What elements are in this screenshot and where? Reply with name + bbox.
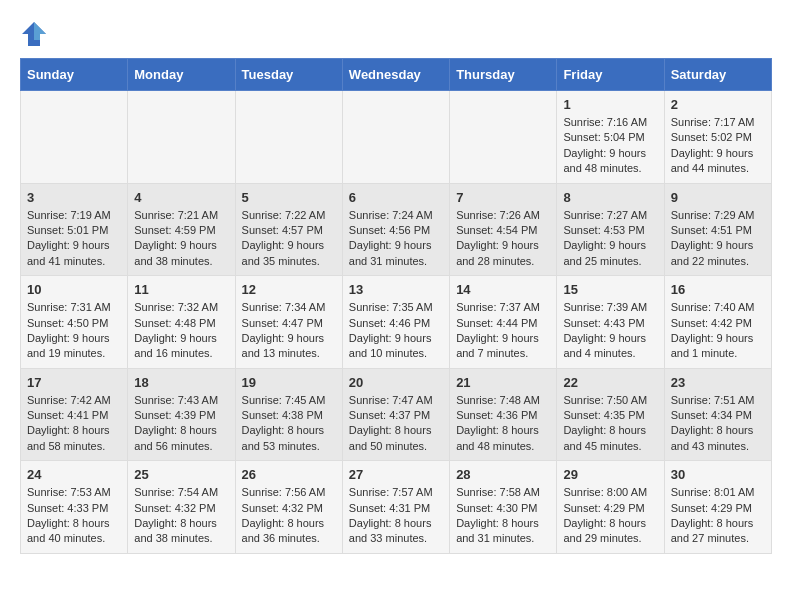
weekday-header-thursday: Thursday — [450, 59, 557, 91]
week-row-5: 24Sunrise: 7:53 AM Sunset: 4:33 PM Dayli… — [21, 461, 772, 554]
day-number: 5 — [242, 190, 336, 205]
calendar-cell: 3Sunrise: 7:19 AM Sunset: 5:01 PM Daylig… — [21, 183, 128, 276]
weekday-header-row: SundayMondayTuesdayWednesdayThursdayFrid… — [21, 59, 772, 91]
day-number: 6 — [349, 190, 443, 205]
week-row-2: 3Sunrise: 7:19 AM Sunset: 5:01 PM Daylig… — [21, 183, 772, 276]
day-info: Sunrise: 7:29 AM Sunset: 4:51 PM Dayligh… — [671, 208, 765, 270]
calendar-cell: 15Sunrise: 7:39 AM Sunset: 4:43 PM Dayli… — [557, 276, 664, 369]
day-info: Sunrise: 7:56 AM Sunset: 4:32 PM Dayligh… — [242, 485, 336, 547]
calendar-cell: 17Sunrise: 7:42 AM Sunset: 4:41 PM Dayli… — [21, 368, 128, 461]
day-info: Sunrise: 7:54 AM Sunset: 4:32 PM Dayligh… — [134, 485, 228, 547]
day-info: Sunrise: 7:45 AM Sunset: 4:38 PM Dayligh… — [242, 393, 336, 455]
calendar-cell: 29Sunrise: 8:00 AM Sunset: 4:29 PM Dayli… — [557, 461, 664, 554]
day-info: Sunrise: 8:01 AM Sunset: 4:29 PM Dayligh… — [671, 485, 765, 547]
day-info: Sunrise: 7:57 AM Sunset: 4:31 PM Dayligh… — [349, 485, 443, 547]
calendar-cell — [342, 91, 449, 184]
weekday-header-saturday: Saturday — [664, 59, 771, 91]
week-row-1: 1Sunrise: 7:16 AM Sunset: 5:04 PM Daylig… — [21, 91, 772, 184]
day-info: Sunrise: 7:37 AM Sunset: 4:44 PM Dayligh… — [456, 300, 550, 362]
calendar-cell: 2Sunrise: 7:17 AM Sunset: 5:02 PM Daylig… — [664, 91, 771, 184]
calendar-cell: 16Sunrise: 7:40 AM Sunset: 4:42 PM Dayli… — [664, 276, 771, 369]
day-number: 16 — [671, 282, 765, 297]
weekday-header-monday: Monday — [128, 59, 235, 91]
calendar-cell: 9Sunrise: 7:29 AM Sunset: 4:51 PM Daylig… — [664, 183, 771, 276]
calendar-cell: 24Sunrise: 7:53 AM Sunset: 4:33 PM Dayli… — [21, 461, 128, 554]
calendar-table: SundayMondayTuesdayWednesdayThursdayFrid… — [20, 58, 772, 554]
day-number: 26 — [242, 467, 336, 482]
day-number: 10 — [27, 282, 121, 297]
calendar-cell: 4Sunrise: 7:21 AM Sunset: 4:59 PM Daylig… — [128, 183, 235, 276]
day-number: 4 — [134, 190, 228, 205]
weekday-header-friday: Friday — [557, 59, 664, 91]
day-number: 21 — [456, 375, 550, 390]
day-number: 23 — [671, 375, 765, 390]
day-number: 12 — [242, 282, 336, 297]
calendar-cell — [450, 91, 557, 184]
day-number: 22 — [563, 375, 657, 390]
calendar-cell: 11Sunrise: 7:32 AM Sunset: 4:48 PM Dayli… — [128, 276, 235, 369]
calendar-cell: 21Sunrise: 7:48 AM Sunset: 4:36 PM Dayli… — [450, 368, 557, 461]
day-info: Sunrise: 7:48 AM Sunset: 4:36 PM Dayligh… — [456, 393, 550, 455]
day-number: 19 — [242, 375, 336, 390]
day-number: 9 — [671, 190, 765, 205]
day-info: Sunrise: 7:42 AM Sunset: 4:41 PM Dayligh… — [27, 393, 121, 455]
day-number: 11 — [134, 282, 228, 297]
calendar-cell: 18Sunrise: 7:43 AM Sunset: 4:39 PM Dayli… — [128, 368, 235, 461]
calendar-cell: 28Sunrise: 7:58 AM Sunset: 4:30 PM Dayli… — [450, 461, 557, 554]
calendar-cell: 23Sunrise: 7:51 AM Sunset: 4:34 PM Dayli… — [664, 368, 771, 461]
day-info: Sunrise: 7:26 AM Sunset: 4:54 PM Dayligh… — [456, 208, 550, 270]
day-number: 28 — [456, 467, 550, 482]
calendar-cell: 30Sunrise: 8:01 AM Sunset: 4:29 PM Dayli… — [664, 461, 771, 554]
day-number: 8 — [563, 190, 657, 205]
calendar-cell: 25Sunrise: 7:54 AM Sunset: 4:32 PM Dayli… — [128, 461, 235, 554]
day-info: Sunrise: 7:19 AM Sunset: 5:01 PM Dayligh… — [27, 208, 121, 270]
day-info: Sunrise: 7:31 AM Sunset: 4:50 PM Dayligh… — [27, 300, 121, 362]
weekday-header-sunday: Sunday — [21, 59, 128, 91]
day-number: 25 — [134, 467, 228, 482]
day-info: Sunrise: 7:53 AM Sunset: 4:33 PM Dayligh… — [27, 485, 121, 547]
day-info: Sunrise: 7:16 AM Sunset: 5:04 PM Dayligh… — [563, 115, 657, 177]
calendar-cell — [21, 91, 128, 184]
day-info: Sunrise: 7:50 AM Sunset: 4:35 PM Dayligh… — [563, 393, 657, 455]
day-number: 7 — [456, 190, 550, 205]
day-info: Sunrise: 7:39 AM Sunset: 4:43 PM Dayligh… — [563, 300, 657, 362]
day-info: Sunrise: 7:17 AM Sunset: 5:02 PM Dayligh… — [671, 115, 765, 177]
day-number: 17 — [27, 375, 121, 390]
calendar-cell: 14Sunrise: 7:37 AM Sunset: 4:44 PM Dayli… — [450, 276, 557, 369]
day-info: Sunrise: 7:24 AM Sunset: 4:56 PM Dayligh… — [349, 208, 443, 270]
day-info: Sunrise: 7:43 AM Sunset: 4:39 PM Dayligh… — [134, 393, 228, 455]
day-number: 27 — [349, 467, 443, 482]
day-number: 20 — [349, 375, 443, 390]
day-number: 3 — [27, 190, 121, 205]
day-info: Sunrise: 7:32 AM Sunset: 4:48 PM Dayligh… — [134, 300, 228, 362]
day-number: 24 — [27, 467, 121, 482]
weekday-header-tuesday: Tuesday — [235, 59, 342, 91]
day-number: 13 — [349, 282, 443, 297]
calendar-cell: 19Sunrise: 7:45 AM Sunset: 4:38 PM Dayli… — [235, 368, 342, 461]
calendar-cell: 26Sunrise: 7:56 AM Sunset: 4:32 PM Dayli… — [235, 461, 342, 554]
calendar-cell: 7Sunrise: 7:26 AM Sunset: 4:54 PM Daylig… — [450, 183, 557, 276]
calendar-cell — [128, 91, 235, 184]
logo — [20, 20, 52, 48]
day-number: 14 — [456, 282, 550, 297]
logo-icon — [20, 20, 48, 48]
day-info: Sunrise: 7:35 AM Sunset: 4:46 PM Dayligh… — [349, 300, 443, 362]
day-info: Sunrise: 7:47 AM Sunset: 4:37 PM Dayligh… — [349, 393, 443, 455]
page-header — [20, 20, 772, 48]
day-info: Sunrise: 8:00 AM Sunset: 4:29 PM Dayligh… — [563, 485, 657, 547]
calendar-cell: 12Sunrise: 7:34 AM Sunset: 4:47 PM Dayli… — [235, 276, 342, 369]
day-info: Sunrise: 7:34 AM Sunset: 4:47 PM Dayligh… — [242, 300, 336, 362]
calendar-cell: 8Sunrise: 7:27 AM Sunset: 4:53 PM Daylig… — [557, 183, 664, 276]
weekday-header-wednesday: Wednesday — [342, 59, 449, 91]
calendar-cell: 27Sunrise: 7:57 AM Sunset: 4:31 PM Dayli… — [342, 461, 449, 554]
calendar-cell — [235, 91, 342, 184]
calendar-cell: 13Sunrise: 7:35 AM Sunset: 4:46 PM Dayli… — [342, 276, 449, 369]
calendar-cell: 10Sunrise: 7:31 AM Sunset: 4:50 PM Dayli… — [21, 276, 128, 369]
calendar-cell: 1Sunrise: 7:16 AM Sunset: 5:04 PM Daylig… — [557, 91, 664, 184]
day-number: 30 — [671, 467, 765, 482]
day-number: 29 — [563, 467, 657, 482]
calendar-cell: 5Sunrise: 7:22 AM Sunset: 4:57 PM Daylig… — [235, 183, 342, 276]
day-info: Sunrise: 7:58 AM Sunset: 4:30 PM Dayligh… — [456, 485, 550, 547]
day-number: 1 — [563, 97, 657, 112]
week-row-3: 10Sunrise: 7:31 AM Sunset: 4:50 PM Dayli… — [21, 276, 772, 369]
